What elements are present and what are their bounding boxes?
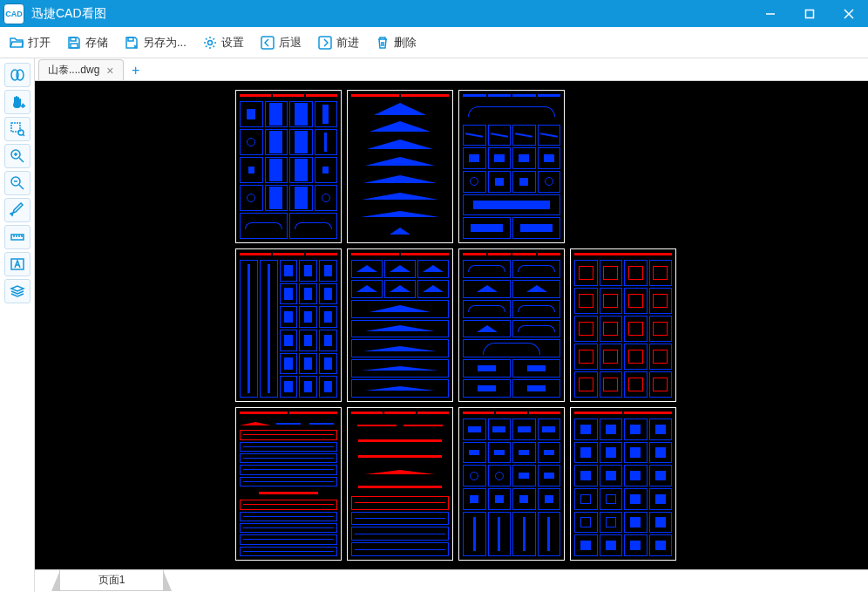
save-as-label: 另存为... (143, 35, 186, 51)
new-tab-button[interactable]: + (125, 61, 146, 80)
close-button[interactable] (829, 0, 868, 27)
svg-text:+: + (21, 102, 25, 110)
open-label: 打开 (28, 35, 51, 51)
svg-line-17 (19, 158, 24, 162)
forward-label: 前进 (336, 35, 359, 51)
cad-sheet (235, 407, 342, 561)
drawing-canvas[interactable] (35, 81, 868, 569)
gear-icon (202, 35, 218, 51)
tool-sidebar: + (0, 58, 35, 592)
svg-rect-4 (71, 37, 76, 41)
cad-sheet (347, 407, 453, 561)
file-tab-label: 山泰....dwg (48, 63, 99, 78)
main-toolbar: 打开 存储 另存为... 设置 后退 前进 删除 (0, 27, 868, 58)
cad-sheet (235, 248, 342, 402)
tab-close-icon[interactable]: × (106, 64, 113, 78)
cad-sheet (458, 90, 565, 243)
svg-rect-9 (319, 37, 331, 49)
save-label: 存储 (85, 35, 108, 51)
svg-rect-5 (71, 44, 78, 48)
cad-sheet (570, 248, 676, 402)
delete-button[interactable]: 删除 (370, 32, 421, 53)
back-label: 后退 (279, 35, 302, 51)
minimize-button[interactable] (750, 0, 790, 27)
svg-line-21 (19, 185, 24, 189)
app-logo-icon: CAD (3, 3, 24, 24)
zoom-out-tool[interactable] (4, 171, 31, 195)
folder-open-icon (9, 35, 24, 51)
cad-sheet (347, 248, 453, 402)
sheet-tabs: 页面1 (35, 569, 868, 592)
main-area: 山泰....dwg × + (35, 58, 868, 592)
open-button[interactable]: 打开 (4, 32, 55, 53)
cad-sheet (458, 407, 565, 561)
save-as-button[interactable]: 另存为... (119, 32, 191, 53)
settings-button[interactable]: 设置 (198, 32, 248, 53)
app-title: 迅捷CAD看图 (31, 6, 750, 22)
sheet-tab-label: 页面1 (98, 573, 125, 588)
titlebar: CAD 迅捷CAD看图 (0, 0, 868, 27)
pencil-tool[interactable] (4, 198, 31, 222)
measure-tool[interactable] (4, 225, 31, 249)
svg-line-15 (23, 134, 24, 136)
settings-label: 设置 (221, 35, 244, 51)
file-tab[interactable]: 山泰....dwg × (38, 59, 124, 80)
arrow-right-icon (317, 35, 333, 51)
maximize-button[interactable] (790, 0, 829, 27)
cad-sheet (347, 90, 453, 243)
save-icon (66, 35, 82, 51)
svg-rect-1 (805, 10, 813, 17)
svg-rect-6 (128, 37, 133, 41)
save-as-icon (124, 35, 139, 51)
layers-tool[interactable] (4, 279, 31, 303)
trash-icon (375, 35, 390, 51)
region-zoom-tool[interactable] (4, 117, 31, 141)
pan-tool[interactable]: + (4, 90, 31, 114)
zoom-in-tool[interactable] (4, 144, 31, 168)
cad-sheet (235, 90, 342, 243)
sheet-tab[interactable]: 页面1 (59, 570, 164, 591)
fit-view-tool[interactable] (4, 63, 31, 87)
cad-sheet (570, 407, 676, 561)
text-tool[interactable] (4, 252, 31, 276)
arrow-left-icon (260, 35, 275, 51)
svg-point-11 (17, 70, 24, 80)
save-button[interactable]: 存储 (62, 32, 112, 53)
back-button[interactable]: 后退 (255, 32, 306, 53)
forward-button[interactable]: 前进 (313, 32, 363, 53)
svg-rect-8 (261, 37, 274, 49)
workspace: + 山泰....dwg × + (0, 58, 868, 592)
file-tabs: 山泰....dwg × + (35, 58, 868, 81)
svg-point-7 (207, 40, 212, 44)
delete-label: 删除 (394, 35, 417, 51)
cad-sheet (458, 248, 565, 402)
